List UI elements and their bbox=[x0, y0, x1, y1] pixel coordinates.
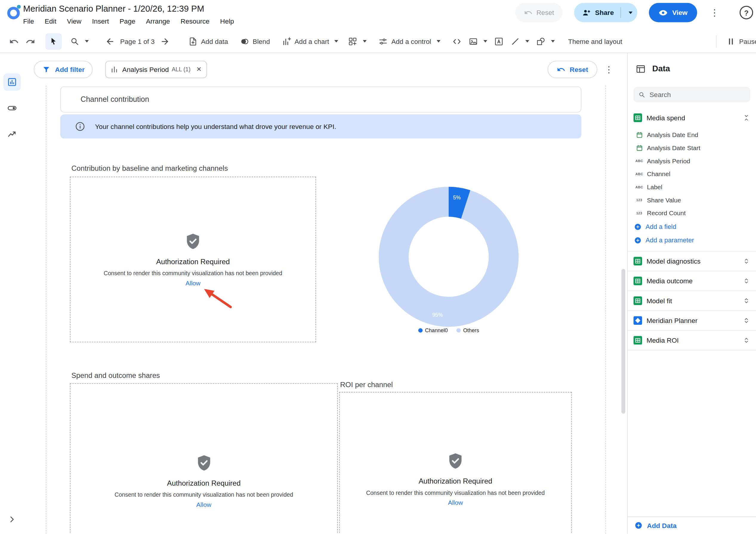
undo-icon bbox=[524, 8, 532, 17]
community-viz-placeholder-roi[interactable]: Authorization Required Consent to render… bbox=[339, 392, 572, 534]
expand-source-icon[interactable] bbox=[742, 257, 750, 265]
menu-edit[interactable]: Edit bbox=[40, 15, 62, 27]
data-search-input[interactable] bbox=[650, 91, 745, 98]
filter-chip-close-icon[interactable]: ✕ bbox=[196, 66, 202, 73]
collapse-source-icon[interactable] bbox=[742, 114, 750, 122]
view-button[interactable]: View bbox=[649, 3, 697, 22]
field-analysis-date-start[interactable]: Analysis Date Start bbox=[628, 141, 756, 155]
pause-updates-button[interactable]: Pause u bbox=[723, 33, 756, 50]
report-canvas[interactable]: Channel contribution Your channel contri… bbox=[24, 85, 627, 534]
undo-button[interactable] bbox=[6, 33, 22, 49]
add-data-footer-button[interactable]: Add Data bbox=[628, 517, 756, 534]
expand-source-icon[interactable] bbox=[742, 297, 750, 305]
header-reset-button[interactable]: Reset bbox=[515, 3, 563, 22]
info-banner: Your channel contributions help you unde… bbox=[60, 114, 581, 138]
field-analysis-date-end[interactable]: Analysis Date End bbox=[628, 128, 756, 141]
info-icon bbox=[75, 121, 86, 132]
rail-controls-button[interactable] bbox=[3, 99, 21, 117]
chart-title-spend-outcome: Spend and outcome shares bbox=[71, 371, 160, 379]
expand-source-icon[interactable] bbox=[742, 317, 750, 324]
allow-link-roi[interactable]: Allow bbox=[448, 499, 463, 506]
insert-shape-button[interactable] bbox=[532, 33, 558, 49]
legend-dot-channel0 bbox=[418, 328, 423, 332]
add-control-button[interactable]: Add a control bbox=[375, 33, 444, 49]
field-share-value[interactable]: 123 Share Value bbox=[628, 193, 756, 207]
looker-studio-logo[interactable] bbox=[6, 3, 23, 21]
add-chart-label: Add a chart bbox=[294, 37, 329, 45]
expand-panel-button[interactable] bbox=[3, 511, 21, 528]
rail-trends-button[interactable] bbox=[3, 126, 21, 143]
sheets-source-icon bbox=[634, 277, 642, 285]
add-parameter-button[interactable]: Add a parameter bbox=[628, 234, 756, 247]
menu-page[interactable]: Page bbox=[114, 15, 141, 27]
expand-source-icon[interactable] bbox=[742, 277, 750, 285]
expand-source-icon[interactable] bbox=[742, 336, 750, 344]
menu-help[interactable]: Help bbox=[215, 15, 239, 27]
insert-text-button[interactable] bbox=[491, 33, 507, 49]
sheets-source-icon bbox=[634, 336, 642, 345]
allow-link-spend-outcome[interactable]: Allow bbox=[196, 501, 211, 508]
auth-required-title: Authorization Required bbox=[156, 257, 230, 266]
insert-line-button[interactable] bbox=[507, 33, 532, 49]
data-search-box[interactable] bbox=[634, 87, 750, 102]
filter-bar-menu-button[interactable]: ⋮ bbox=[600, 61, 618, 78]
add-chart-button[interactable]: Add a chart bbox=[278, 33, 341, 49]
select-tool-button[interactable] bbox=[45, 33, 62, 49]
redo-button[interactable] bbox=[22, 33, 39, 49]
filter-chip-analysis-period[interactable]: Analysis Period ALL (1) ✕ bbox=[105, 61, 207, 78]
blend-label: Blend bbox=[253, 37, 270, 45]
help-button[interactable]: ? bbox=[740, 6, 753, 19]
bar-chart-icon bbox=[111, 65, 119, 73]
add-filter-button[interactable]: Add filter bbox=[34, 61, 93, 78]
community-visualizations-button[interactable] bbox=[345, 33, 370, 49]
arrow-left-icon bbox=[105, 37, 115, 46]
more-options-button[interactable]: ⋮ bbox=[705, 3, 724, 22]
blend-button[interactable]: Blend bbox=[236, 33, 273, 49]
menu-arrange[interactable]: Arrange bbox=[141, 15, 175, 27]
insert-image-button[interactable] bbox=[465, 33, 491, 49]
field-record-count[interactable]: 123 Record Count bbox=[628, 207, 756, 220]
left-rail bbox=[0, 53, 24, 534]
source-media-outcome[interactable]: Media outcome bbox=[628, 271, 756, 291]
community-viz-placeholder-spend-outcome[interactable]: Authorization Required Consent to render… bbox=[70, 383, 338, 534]
add-data-button[interactable]: Add data bbox=[185, 33, 231, 49]
primary-source-row[interactable]: Media spend bbox=[628, 111, 756, 125]
menu-resource[interactable]: Resource bbox=[176, 15, 215, 27]
annotation-arrow bbox=[193, 278, 239, 315]
share-dropdown-caret-icon[interactable] bbox=[629, 11, 633, 14]
menu-view[interactable]: View bbox=[62, 15, 87, 27]
page-indicator-button[interactable]: Page 1 of 3 bbox=[118, 33, 157, 49]
menu-insert[interactable]: Insert bbox=[87, 15, 114, 27]
filter-reset-button[interactable]: Reset bbox=[548, 61, 597, 78]
top-header: Meridian Scenario Planner - 1/20/26, 12:… bbox=[0, 0, 756, 30]
text-type-icon: ABC bbox=[634, 185, 644, 189]
previous-page-button[interactable] bbox=[102, 33, 118, 49]
source-model-diagnostics[interactable]: Model diagnostics bbox=[628, 252, 756, 271]
community-viz-caret-icon bbox=[363, 40, 367, 42]
community-viz-placeholder-contribution[interactable]: Authorization Required Consent to render… bbox=[70, 177, 316, 342]
data-panel-title: Data bbox=[652, 64, 670, 74]
legend-item-channel0[interactable]: Channel0 bbox=[418, 327, 448, 333]
share-button[interactable]: Share bbox=[574, 3, 637, 22]
zoom-tool-button[interactable] bbox=[67, 33, 92, 49]
field-channel[interactable]: ABC Channel bbox=[628, 167, 756, 181]
field-label[interactable]: ABC Label bbox=[628, 181, 756, 194]
field-analysis-period[interactable]: ABC Analysis Period bbox=[628, 154, 756, 167]
embed-code-button[interactable] bbox=[448, 33, 465, 49]
source-model-fit[interactable]: Model fit bbox=[628, 291, 756, 311]
trending-up-icon bbox=[7, 129, 17, 140]
legend-item-others[interactable]: Others bbox=[456, 327, 479, 333]
donut-ring-others[interactable] bbox=[394, 202, 504, 312]
auth-required-message: Consent to render this community visuali… bbox=[366, 490, 545, 496]
undo-icon bbox=[557, 65, 565, 73]
rail-report-button[interactable] bbox=[3, 73, 21, 91]
donut-chart[interactable]: 5% 95% bbox=[376, 184, 521, 331]
canvas-scrollbar-thumb[interactable] bbox=[621, 269, 625, 414]
add-filter-label: Add filter bbox=[55, 65, 84, 73]
next-page-button[interactable] bbox=[157, 33, 173, 49]
section-header-card[interactable]: Channel contribution bbox=[60, 86, 581, 112]
source-meridian-planner[interactable]: Meridian Planner bbox=[628, 311, 756, 330]
theme-and-layout-button[interactable]: Theme and layout bbox=[565, 33, 626, 49]
add-field-button[interactable]: Add a field bbox=[628, 220, 756, 233]
source-media-roi[interactable]: Media ROI bbox=[628, 331, 756, 351]
